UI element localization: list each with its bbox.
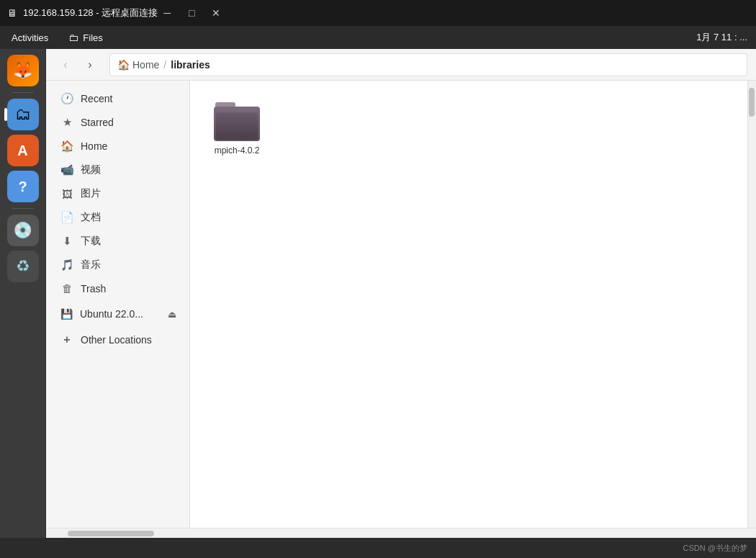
- title-icon: 🖥: [7, 7, 17, 19]
- sidebar-item-recent[interactable]: 🕐 Recent: [49, 87, 186, 110]
- documents-icon: 📄: [60, 211, 73, 224]
- help-icon: ?: [18, 179, 27, 195]
- clock: 1月 7 11 : ...: [696, 31, 756, 44]
- scrollbar-thumb[interactable]: [749, 88, 755, 117]
- back-button[interactable]: ‹: [55, 54, 76, 76]
- files-menu[interactable]: 🗀 Files: [60, 26, 111, 49]
- appstore-icon: A: [17, 143, 27, 159]
- minimize-button[interactable]: ─: [158, 4, 176, 22]
- sidebar-item-other-locations[interactable]: + Other Locations: [49, 328, 186, 351]
- breadcrumb-separator: /: [163, 59, 166, 71]
- activities-button[interactable]: Activities: [0, 26, 60, 49]
- watermark: CSDN @书生的梦: [683, 543, 747, 554]
- disc-icon: 💿: [13, 221, 32, 240]
- sidebar-item-trash[interactable]: 🗑 Trash: [49, 277, 186, 300]
- dock-divider-1: [12, 92, 34, 93]
- back-icon: ‹: [63, 58, 67, 71]
- dock-active-indicator: [4, 108, 7, 121]
- sidebar-item-starred[interactable]: ★ Starred: [49, 111, 186, 134]
- downloads-icon: ⬇: [60, 235, 73, 248]
- breadcrumb-home-link[interactable]: Home: [132, 59, 159, 71]
- folder-mpich-icon: [214, 101, 260, 141]
- home-icon: 🏠: [60, 140, 73, 153]
- videos-icon: 📹: [60, 163, 73, 176]
- sidebar-item-music-label: 音乐: [81, 258, 101, 271]
- sidebar-item-ubuntu-drive[interactable]: 💾 Ubuntu 22.0... ⏏: [49, 300, 186, 328]
- file-contents: mpich-4.0.2: [190, 81, 747, 528]
- files-app-icon: 🗂: [15, 105, 31, 124]
- horizontal-scrollbar-thumb[interactable]: [68, 531, 154, 536]
- firefox-icon: 🦊: [13, 61, 32, 80]
- sidebar-item-documents-label: 文档: [81, 211, 101, 224]
- folder-mpich-label: mpich-4.0.2: [215, 145, 260, 157]
- close-button[interactable]: ✕: [207, 4, 225, 22]
- trash-dock-icon: ♻: [16, 257, 30, 276]
- sidebar-item-pictures[interactable]: 🖼 图片: [49, 182, 186, 205]
- folder-inner: [216, 112, 258, 140]
- ubuntu-drive-label: Ubuntu 22.0...: [80, 308, 143, 320]
- sidebar-item-other-locations-label: Other Locations: [81, 334, 152, 346]
- sidebar-item-home[interactable]: 🏠 Home: [49, 135, 186, 158]
- eject-button[interactable]: ⏏: [163, 305, 181, 323]
- forward-button[interactable]: ›: [79, 54, 101, 76]
- breadcrumb-home-icon: 🏠: [117, 59, 130, 71]
- sidebar: 🕐 Recent ★ Starred 🏠 Home 📹 视频: [46, 81, 190, 528]
- toolbar: ‹ › 🏠 Home / libraries: [46, 49, 756, 81]
- dock-icon-disc[interactable]: 💿: [7, 215, 39, 246]
- sidebar-item-documents[interactable]: 📄 文档: [49, 206, 186, 229]
- horizontal-scrollbar[interactable]: [46, 528, 756, 538]
- sidebar-item-downloads-label: 下载: [81, 235, 101, 248]
- dock-icon-firefox[interactable]: 🦊: [7, 55, 39, 86]
- sidebar-item-trash-label: Trash: [81, 283, 106, 294]
- breadcrumb-current: libraries: [171, 59, 210, 71]
- dock-icon-help[interactable]: ?: [7, 171, 39, 202]
- recent-icon: 🕐: [60, 92, 73, 105]
- main-area: 🦊 🗂 A ? 💿 ♻ ‹: [0, 49, 756, 538]
- window-controls: ─ □ ✕: [158, 4, 225, 22]
- sidebar-item-videos[interactable]: 📹 视频: [49, 158, 186, 181]
- music-icon: 🎵: [60, 258, 73, 271]
- vertical-scrollbar[interactable]: [747, 81, 756, 528]
- trash-sidebar-icon: 🗑: [60, 282, 73, 294]
- starred-icon: ★: [60, 116, 73, 129]
- sidebar-item-downloads[interactable]: ⬇ 下载: [49, 230, 186, 253]
- dock: 🦊 🗂 A ? 💿 ♻: [0, 49, 46, 538]
- pictures-icon: 🖼: [60, 188, 73, 200]
- sidebar-item-recent-label: Recent: [81, 93, 112, 104]
- folder-body: [214, 107, 260, 141]
- forward-icon: ›: [88, 58, 91, 71]
- statusbar: CSDN @书生的梦: [0, 538, 756, 558]
- dock-icon-appstore[interactable]: A: [7, 135, 39, 166]
- other-locations-icon: +: [60, 333, 73, 346]
- files-menu-icon: 🗀: [68, 32, 78, 43]
- menubar: Activities 🗀 Files 1月 7 11 : ...: [0, 26, 756, 49]
- sidebar-item-home-label: Home: [81, 140, 107, 152]
- dock-icon-trash[interactable]: ♻: [7, 251, 39, 282]
- maximize-button[interactable]: □: [182, 4, 201, 22]
- breadcrumb: 🏠 Home / libraries: [109, 53, 747, 76]
- sidebar-item-videos-label: 视频: [81, 163, 101, 176]
- dock-icon-files[interactable]: 🗂: [7, 99, 39, 130]
- sidebar-item-starred-label: Starred: [81, 117, 114, 128]
- titlebar: 🖥 192.168.159.128 - 远程桌面连接 ─ □ ✕: [0, 0, 756, 26]
- files-menu-label: Files: [83, 32, 102, 43]
- dock-divider-2: [12, 208, 34, 209]
- sidebar-item-music[interactable]: 🎵 音乐: [49, 253, 186, 276]
- title-text: 192.168.159.128 - 远程桌面连接: [23, 6, 158, 19]
- drive-icon: 💾: [60, 308, 73, 320]
- folder-mpich[interactable]: mpich-4.0.2: [204, 95, 269, 163]
- sidebar-item-pictures-label: 图片: [81, 187, 101, 200]
